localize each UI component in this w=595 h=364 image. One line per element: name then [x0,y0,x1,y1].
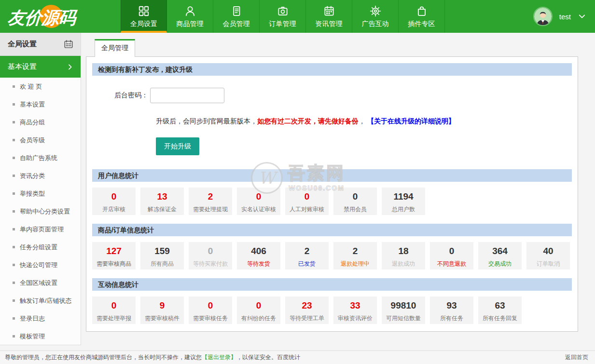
sidebar-item[interactable]: 模板管理 [0,327,81,345]
stat-card[interactable]: 2已发货 [285,242,329,270]
sidebar-item[interactable]: 登录日志 [0,310,81,327]
nav-item-news-management[interactable]: 资讯管理 [306,0,352,33]
bullet-icon [13,299,15,302]
sidebar-item[interactable]: 全国区域设置 [0,274,81,292]
stat-card[interactable]: 18退款成功 [382,242,425,270]
bullet-icon [13,121,15,123]
stat-label: 所有任务 [430,314,473,323]
nav-item-global-settings[interactable]: 全局设置 [121,0,167,33]
sidebar-item[interactable]: 资讯分类 [0,167,81,185]
main-content-panel: 检测到有新补丁发布，建议升级 后台密码： 升级后，会同步到官网最新版本，如您有过… [86,56,578,332]
start-upgrade-button[interactable]: 开始升级 [156,137,199,155]
stat-card[interactable]: 40订单取消 [526,242,570,270]
sidebar-item-label: 触发订单/店铺状态 [20,297,72,305]
upgrade-detail-link[interactable]: 【关于在线升级的详细说明】 [367,117,455,125]
admin-password-input[interactable] [150,88,224,103]
sidebar-item-label: 自助广告系统 [20,154,57,162]
bag-icon [415,5,428,17]
stat-card[interactable]: 63所有任务回复 [478,297,522,324]
sidebar-item[interactable]: 基本设置 [0,95,81,113]
nav-item-member-management[interactable]: 会员管理 [213,0,260,33]
tab-global-management[interactable]: 全局管理 [95,39,135,57]
stat-value: 0 [189,300,232,311]
stat-label: 实名认证审核 [237,205,280,214]
sidebar-item[interactable]: 快递公司管理 [0,256,81,274]
stat-value: 13 [140,191,184,202]
bullet-icon [13,246,15,248]
sidebar-item-label: 快递公司管理 [20,261,57,270]
sidebar-item[interactable]: 欢 迎 页 [0,78,81,95]
sidebar-item[interactable]: 商品分组 [0,113,81,131]
nav-item-label: 资讯管理 [316,20,343,28]
sidebar-item[interactable]: 帮助中心分类设置 [0,202,81,220]
stat-label: 所有任务回复 [478,314,522,323]
stat-label: 等待发货 [237,260,280,268]
sidebar-item[interactable]: 会员等级 [0,131,81,149]
stat-card[interactable]: 13解冻保证金 [140,188,184,215]
stat-value: 127 [92,246,136,256]
stat-card[interactable]: 364交易成功 [478,242,522,270]
note-warning-text: 如您有过二次开发，请先做好备份 [257,117,359,125]
sidebar-item-basic-settings-active[interactable]: 基本设置 [0,56,81,78]
stat-card[interactable]: 406等待发货 [237,242,280,270]
baidu-stats-link[interactable]: 百度统计 [277,353,300,362]
note-comma: ， [359,117,365,125]
stat-card[interactable]: 2需要处理提现 [189,188,232,215]
stat-card[interactable]: 0实名认证审核 [237,188,280,215]
stat-card[interactable]: 0需要审核任务 [189,297,232,324]
stat-card[interactable]: 0人工对账审核 [285,188,329,215]
stat-card[interactable]: 0禁用会员 [333,188,377,215]
bullet-icon [13,175,15,177]
stat-value: 0 [237,300,280,311]
stat-card[interactable]: 2退款处理中 [333,242,377,270]
stat-card[interactable]: 93所有任务 [430,297,473,324]
nav-item-label: 广告互动 [362,20,389,28]
calendar-lines-icon[interactable] [63,39,74,50]
stat-card[interactable]: 1194总用户数 [382,188,425,215]
stat-label: 需要处理举报 [92,314,136,323]
user-menu[interactable]: test [533,0,586,33]
sidebar-item-label: 任务分组设置 [20,243,57,252]
sidebar-item-label: 基本设置 [20,100,45,109]
stat-value: 23 [285,300,329,311]
stat-card[interactable]: 0不同意退款 [430,242,473,270]
password-label: 后台密码： [92,91,148,100]
stat-value: 0 [92,191,136,202]
sidebar-item-label: 会员等级 [20,136,45,145]
stat-card[interactable]: 0等待买家付款 [189,242,232,270]
back-home-link[interactable]: 返回首页 [565,353,588,362]
nav-item-plugin-zone[interactable]: 插件专区 [399,0,445,33]
stat-card[interactable]: 127需要审核商品 [92,242,136,270]
stats-sections: 用户信息统计0开店审核13解冻保证金2需要处理提现0实名认证审核0人工对账审核0… [92,169,572,324]
sidebar-header: 全局设置 [0,33,81,56]
stat-label: 不同意退款 [430,260,473,268]
nav-item-order-management[interactable]: 订单管理 [260,0,306,33]
stat-card[interactable]: 9需要审核稿件 [140,297,184,324]
stat-card[interactable]: 159所有商品 [140,242,184,270]
bullet-icon [13,157,15,159]
stat-label: 退款成功 [382,260,425,268]
stat-value: 33 [333,300,377,311]
stat-label: 总用户数 [382,205,425,214]
stat-card[interactable]: 33审核资讯评价 [333,297,377,324]
sidebar-item[interactable]: 举报类型 [0,185,81,202]
stat-label: 交易成功 [478,260,522,268]
sidebar-item[interactable]: 单内容页面管理 [0,220,81,238]
brand-logo[interactable]: 友价源码 [0,0,121,33]
sidebar-item[interactable]: 自助广告系统 [0,149,81,167]
document-icon [230,5,243,17]
stat-card[interactable]: 23等待受理工单 [285,297,329,324]
bullet-icon [13,85,15,88]
stat-card[interactable]: 0需要处理举报 [92,297,136,324]
logout-link[interactable]: 【退出登录】 [202,353,236,362]
user-icon [184,5,196,17]
stat-value: 2 [189,191,232,202]
nav-item-ad-interaction[interactable]: 广告互动 [352,0,399,33]
sidebar-item-label: 模板管理 [20,332,45,341]
nav-item-goods-management[interactable]: 商品管理 [167,0,213,33]
sidebar-item[interactable]: 任务分组设置 [0,238,81,256]
stat-card[interactable]: 0有纠纷的任务 [237,297,280,324]
stat-card[interactable]: 0开店审核 [92,188,136,215]
stat-card[interactable]: 99810可用短信数量 [382,297,425,324]
sidebar-item[interactable]: 触发订单/店铺状态 [0,292,81,310]
